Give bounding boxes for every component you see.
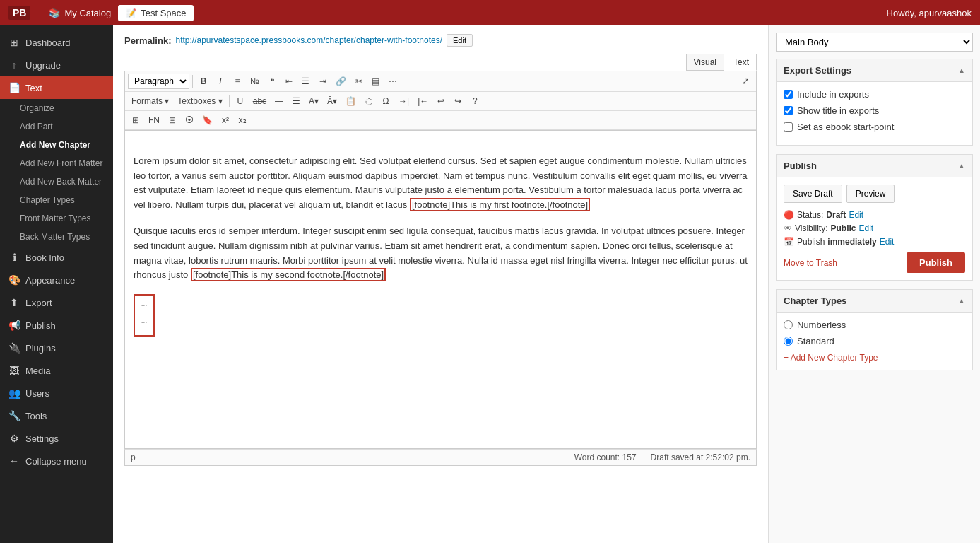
save-draft-button[interactable]: Save Draft xyxy=(784,185,842,203)
bold-button[interactable]: B xyxy=(196,74,211,88)
superscript-button[interactable]: x² xyxy=(218,113,233,127)
tools-icon: 🔧 xyxy=(8,410,20,421)
strikethrough-button[interactable]: abc xyxy=(249,94,270,108)
numberless-label: Numberless xyxy=(797,320,846,330)
help-button[interactable]: ? xyxy=(467,94,483,108)
editor-paragraph-2[interactable]: Quisque iaculis eros id semper interdum.… xyxy=(134,224,748,283)
status-edit-link[interactable]: Edit xyxy=(849,210,863,220)
editor-area[interactable]: Lorem ipsum dolor sit amet, consectetur … xyxy=(124,131,757,449)
sidebar-item-collapse[interactable]: ← Collapse menu xyxy=(0,450,113,472)
standard-radio[interactable] xyxy=(784,337,793,346)
ul-button[interactable]: ≡ xyxy=(230,74,245,88)
add-chapter-type-link[interactable]: + Add New Chapter Type xyxy=(784,353,878,363)
font-bg-button[interactable]: Ā▾ xyxy=(324,94,341,108)
small-block[interactable]: ... ... xyxy=(134,294,155,337)
export-settings-header: Export Settings ▲ xyxy=(777,59,972,82)
ebook-start-checkbox[interactable] xyxy=(784,122,793,132)
ol-button[interactable]: № xyxy=(247,74,263,88)
footnote-2[interactable]: [footnote]This is my second footnote.[/f… xyxy=(191,268,386,281)
sidebar-subitem-add-front[interactable]: Add New Front Matter xyxy=(0,154,113,173)
fullscreen-button[interactable]: ⤢ xyxy=(738,74,753,88)
include-exports-label: Include in exports xyxy=(797,89,869,100)
sidebar-subitem-add-part[interactable]: Add Part xyxy=(0,117,113,136)
horizontal-rule-button[interactable]: — xyxy=(271,94,287,108)
sidebar-subitem-add-back[interactable]: Add New Back Matter xyxy=(0,173,113,191)
sidebar: ⊞ Dashboard ↑ Upgrade 📄 Text Organize Ad… xyxy=(0,25,113,543)
outdent-button[interactable]: |← xyxy=(414,94,432,108)
formats-dropdown[interactable]: Formats ▾ xyxy=(128,94,172,108)
tab-text[interactable]: Text xyxy=(726,54,757,71)
collapse-icon: ← xyxy=(8,455,20,467)
align-right-button[interactable]: ⇥ xyxy=(315,74,331,88)
sidebar-subitem-front-types[interactable]: Front Matter Types xyxy=(0,209,113,228)
undo-button[interactable]: ↩ xyxy=(433,94,449,108)
table-button[interactable]: ▤ xyxy=(368,74,384,88)
publish-section: Publish ▲ Save Draft Preview 🔴 Status: D… xyxy=(776,154,973,281)
paste-word-button[interactable]: 📋 xyxy=(342,94,360,108)
underline-button[interactable]: U xyxy=(232,94,248,108)
blockquote-button[interactable]: ❝ xyxy=(264,74,280,88)
sidebar-item-publish[interactable]: 📢 Publish xyxy=(0,314,113,337)
table-insert-button[interactable]: ⊞ xyxy=(128,113,143,127)
status-label: Status: xyxy=(797,210,823,220)
more-button[interactable]: ⋯ xyxy=(385,74,401,88)
permalink-bar: Permalink: http://apurvatestspace.pressb… xyxy=(124,34,757,47)
word-count-area: Word count: 157 Draft saved at 2:52:02 p… xyxy=(574,452,750,462)
tab-visual[interactable]: Visual xyxy=(686,54,724,71)
subscript-button[interactable]: x₂ xyxy=(235,113,250,127)
align-justify-button[interactable]: ☰ xyxy=(288,94,304,108)
publish-timing-edit-link[interactable]: Edit xyxy=(880,237,895,247)
clear-format-button[interactable]: ◌ xyxy=(361,94,377,108)
sidebar-subitem-chapter-types[interactable]: Chapter Types xyxy=(0,191,113,209)
permalink-label: Permalink: xyxy=(124,35,171,46)
export-settings-body: Include in exports Show title in exports… xyxy=(777,82,972,145)
sidebar-subitem-back-types[interactable]: Back Matter Types xyxy=(0,228,113,246)
font-color-button[interactable]: A▾ xyxy=(305,94,322,108)
fn-button[interactable]: FN xyxy=(145,113,163,127)
footnote-1[interactable]: [footnote]This is my first footnote.[/fo… xyxy=(410,198,590,211)
italic-button[interactable]: I xyxy=(213,74,228,88)
textboxes-dropdown[interactable]: Textboxes ▾ xyxy=(174,94,225,108)
topbar-catalog-link[interactable]: 📚 My Catalog xyxy=(42,5,118,21)
show-title-checkbox[interactable] xyxy=(784,106,793,115)
bookmark-button[interactable]: 🔖 xyxy=(199,113,216,127)
sidebar-item-plugins[interactable]: 🔌 Plugins xyxy=(0,337,113,359)
editor-paragraph-1[interactable]: Lorem ipsum dolor sit amet, consectetur … xyxy=(134,154,748,213)
visibility-label: Visibility: xyxy=(795,223,827,233)
publish-button[interactable]: Publish xyxy=(907,252,965,273)
circle-button[interactable]: ⦿ xyxy=(182,113,197,127)
grid-button[interactable]: ⊟ xyxy=(165,113,180,127)
align-left-button[interactable]: ⇤ xyxy=(281,74,297,88)
permalink-edit-button[interactable]: Edit xyxy=(447,34,473,47)
indent-button[interactable]: →| xyxy=(395,94,413,108)
sidebar-item-settings[interactable]: ⚙ Settings xyxy=(0,427,113,450)
permalink-url[interactable]: http://apurvatestspace.pressbooks.com/ch… xyxy=(175,35,442,45)
chapter-types-body: Numberless Standard + Add New Chapter Ty… xyxy=(777,313,972,370)
sidebar-item-tools[interactable]: 🔧 Tools xyxy=(0,404,113,427)
sidebar-subitem-organize[interactable]: Organize xyxy=(0,99,113,117)
link-button[interactable]: 🔗 xyxy=(332,74,350,88)
visibility-edit-link[interactable]: Edit xyxy=(858,223,873,233)
toolbar-row-2: Formats ▾ Textboxes ▾ U abc — ☰ A▾ Ā▾ 📋 … xyxy=(125,92,756,111)
main-body-select[interactable]: Main Body xyxy=(776,33,973,52)
special-char-button[interactable]: Ω xyxy=(378,94,394,108)
sidebar-item-dashboard[interactable]: ⊞ Dashboard xyxy=(0,31,113,54)
appearance-icon: 🎨 xyxy=(8,274,20,286)
unlink-button[interactable]: ✂ xyxy=(351,74,367,88)
align-center-button[interactable]: ☰ xyxy=(298,74,314,88)
sidebar-item-book-info[interactable]: ℹ Book Info xyxy=(0,246,113,269)
sidebar-item-upgrade[interactable]: ↑ Upgrade xyxy=(0,54,113,76)
paragraph-select[interactable]: Paragraph Heading 1 Heading 2 xyxy=(128,74,189,89)
preview-button[interactable]: Preview xyxy=(846,185,895,203)
sidebar-item-media[interactable]: 🖼 Media xyxy=(0,359,113,382)
sidebar-item-export[interactable]: ⬆ Export xyxy=(0,291,113,314)
include-exports-checkbox[interactable] xyxy=(784,90,793,99)
sidebar-subitem-add-chapter[interactable]: Add New Chapter xyxy=(0,136,113,154)
redo-button[interactable]: ↪ xyxy=(450,94,466,108)
sidebar-item-appearance[interactable]: 🎨 Appearance xyxy=(0,269,113,291)
topbar-active-tab[interactable]: 📝 Test Space xyxy=(118,5,193,21)
numberless-radio[interactable] xyxy=(784,320,793,329)
sidebar-item-text[interactable]: 📄 Text xyxy=(0,76,113,99)
sidebar-item-users[interactable]: 👥 Users xyxy=(0,382,113,404)
move-to-trash-link[interactable]: Move to Trash xyxy=(784,258,837,268)
